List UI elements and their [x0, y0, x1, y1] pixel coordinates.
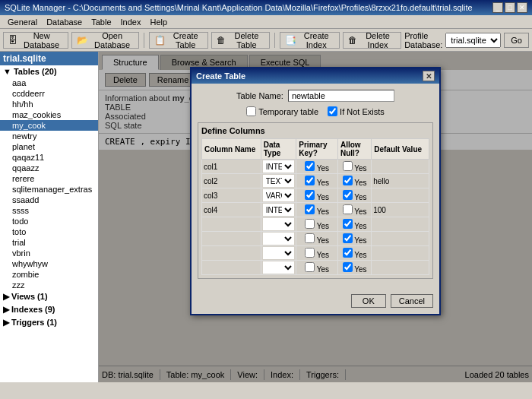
sidebar-item-ssaadd[interactable]: ssaadd: [0, 195, 98, 205]
sidebar-section-indexes[interactable]: ▶ Indexes (9): [0, 303, 98, 316]
col-default-input-4[interactable]: [373, 220, 427, 229]
go-button[interactable]: Go: [504, 33, 529, 48]
sidebar-item-todo[interactable]: todo: [0, 216, 98, 226]
minimize-button[interactable]: _: [492, 2, 503, 13]
col-header-name: Column Name: [202, 139, 261, 160]
sidebar-section-tables[interactable]: ▼ Tables (20): [0, 65, 98, 78]
new-database-button[interactable]: 🗄 New Database: [3, 32, 68, 49]
profile-section: Profile Database: trial.sqlite Go: [404, 31, 529, 49]
sidebar-item-ssss[interactable]: ssss: [0, 205, 98, 216]
col-header-pk: Primary Key?: [296, 139, 338, 160]
sidebar-item-ccddeerr[interactable]: ccddeerr: [0, 88, 98, 99]
temporary-option: Temporary table: [246, 106, 318, 116]
delete-table-label: Delete Table: [229, 31, 265, 49]
col-pk-checkbox-1[interactable]: [305, 176, 315, 185]
menu-general[interactable]: General: [3, 17, 42, 27]
temporary-label: Temporary table: [258, 107, 318, 116]
col-default-input-2[interactable]: [373, 192, 427, 200]
col-default-input-7[interactable]: [373, 264, 427, 272]
delete-table-button[interactable]: 🗑 Delete Table: [211, 32, 270, 49]
create-index-button[interactable]: 📑 Create Index: [280, 32, 340, 49]
col-pk-checkbox-7[interactable]: [305, 262, 315, 272]
menu-table[interactable]: Table: [87, 17, 116, 27]
sidebar-item-zzz[interactable]: zzz: [0, 280, 98, 290]
col-null-checkbox-5[interactable]: [343, 233, 353, 243]
col-pk-checkbox-2[interactable]: [305, 190, 315, 200]
col-default-input-5[interactable]: [373, 235, 427, 243]
col-type-select-2[interactable]: INTEGERTEXTVARCHARREALBLOBNUMERIC: [263, 189, 295, 201]
col-type-select-7[interactable]: INTEGERTEXTVARCHARREALBLOBNUMERIC: [263, 261, 295, 274]
col-pk-checkbox-4[interactable]: [305, 219, 315, 229]
col-default-input-6[interactable]: [373, 249, 427, 258]
col-pk-checkbox-5[interactable]: [305, 233, 315, 243]
menu-database[interactable]: Database: [42, 17, 87, 27]
create-table-button[interactable]: 📋 Create Table: [149, 32, 208, 49]
col-default-input-1[interactable]: [373, 177, 427, 185]
dialog-cancel-button[interactable]: Cancel: [391, 294, 433, 308]
col-name-input-3[interactable]: [204, 206, 259, 214]
sidebar-item-planet[interactable]: planet: [0, 141, 98, 152]
col-default-input-0[interactable]: [373, 163, 427, 171]
col-name-input-6[interactable]: [204, 249, 259, 258]
col-null-checkbox-4[interactable]: [343, 219, 353, 229]
dialog-ok-button[interactable]: OK: [351, 294, 386, 308]
col-name-input-7[interactable]: [204, 264, 259, 272]
sidebar-item-aaa[interactable]: aaa: [0, 78, 98, 88]
close-button[interactable]: ✕: [517, 2, 527, 13]
sidebar-item-zombie[interactable]: zombie: [0, 269, 98, 280]
dialog-close-button[interactable]: ✕: [423, 71, 435, 81]
col-name-input-2[interactable]: [204, 192, 259, 200]
define-columns-title: Define Columns: [201, 126, 429, 135]
col-type-select-5[interactable]: INTEGERTEXTVARCHARREALBLOBNUMERIC: [263, 233, 295, 245]
col-null-checkbox-1[interactable]: [343, 176, 353, 185]
col-null-checkbox-6[interactable]: [343, 248, 353, 258]
menu-index[interactable]: Index: [116, 17, 146, 27]
maximize-button[interactable]: □: [505, 2, 515, 13]
col-type-select-3[interactable]: INTEGERTEXTVARCHARREALBLOBNUMERIC: [263, 204, 295, 216]
sidebar-section-triggers[interactable]: ▶ Triggers (1): [0, 316, 98, 329]
sidebar-item-qqaazz[interactable]: qqaazz: [0, 163, 98, 173]
sidebar-item-hhhh[interactable]: hh/hh: [0, 99, 98, 109]
sidebar-item-qaqaz11[interactable]: qaqaz11: [0, 152, 98, 163]
modal-overlay: Create Table ✕ Table Name: Temporary ta: [99, 52, 532, 382]
col-null-checkbox-2[interactable]: [343, 190, 353, 200]
sidebar-item-whywhyw[interactable]: whywhyw: [0, 258, 98, 269]
col-pk-checkbox-3[interactable]: [305, 204, 315, 214]
delete-index-button[interactable]: 🗑 Delete Index: [343, 32, 402, 49]
col-null-checkbox-0[interactable]: [343, 161, 353, 171]
col-type-select-4[interactable]: INTEGERTEXTVARCHARREALBLOBNUMERIC: [263, 218, 295, 230]
col-null-checkbox-7[interactable]: [343, 262, 353, 272]
sidebar-item-newtry[interactable]: newtry: [0, 131, 98, 141]
col-type-select-6[interactable]: INTEGERTEXTVARCHARREALBLOBNUMERIC: [263, 247, 295, 259]
col-name-input-0[interactable]: [204, 163, 259, 171]
col-type-select-1[interactable]: INTEGERTEXTVARCHARREALBLOBNUMERIC: [263, 175, 295, 187]
open-database-button[interactable]: 📂 Open Database: [71, 32, 140, 49]
col-pk-checkbox-0[interactable]: [305, 161, 315, 171]
delete-index-label: Delete Index: [359, 31, 396, 49]
sidebar-item-maz-cookies[interactable]: maz_cookies: [0, 109, 98, 120]
col-name-input-1[interactable]: [204, 177, 259, 185]
define-columns-group: Define Columns Column Name Data Type Pri…: [198, 122, 433, 279]
col-type-select-0[interactable]: INTEGERTEXTVARCHARREALBLOBNUMERIC: [263, 160, 295, 173]
col-name-input-4[interactable]: [204, 220, 259, 229]
new-database-label: New Database: [20, 31, 62, 49]
temporary-checkbox[interactable]: [246, 106, 256, 116]
sidebar-item-vbrin[interactable]: vbrin: [0, 248, 98, 258]
sidebar-item-rerere[interactable]: rerere: [0, 173, 98, 184]
sidebar-section-views[interactable]: ▶ Views (1): [0, 290, 98, 303]
col-default-input-3[interactable]: [373, 206, 427, 214]
options-row: Temporary table If Not Exists: [198, 106, 433, 116]
table-name-input[interactable]: [288, 90, 394, 102]
sidebar-item-sqlitemanager-extras[interactable]: sqlitemanager_extras: [0, 184, 98, 195]
sidebar-item-trial[interactable]: trial: [0, 237, 98, 248]
col-pk-checkbox-6[interactable]: [305, 248, 315, 258]
profile-select[interactable]: trial.sqlite: [445, 33, 501, 48]
menu-help[interactable]: Help: [145, 17, 172, 27]
sidebar-item-toto[interactable]: toto: [0, 226, 98, 237]
sidebar-item-my-cook[interactable]: my_cook: [0, 120, 98, 131]
if-not-exists-checkbox[interactable]: [328, 106, 337, 116]
sidebar-title: trial.sqlite: [0, 52, 98, 65]
col-null-checkbox-3[interactable]: [343, 204, 353, 214]
col-name-input-5[interactable]: [204, 235, 259, 243]
col-header-default: Default Value: [372, 139, 429, 160]
